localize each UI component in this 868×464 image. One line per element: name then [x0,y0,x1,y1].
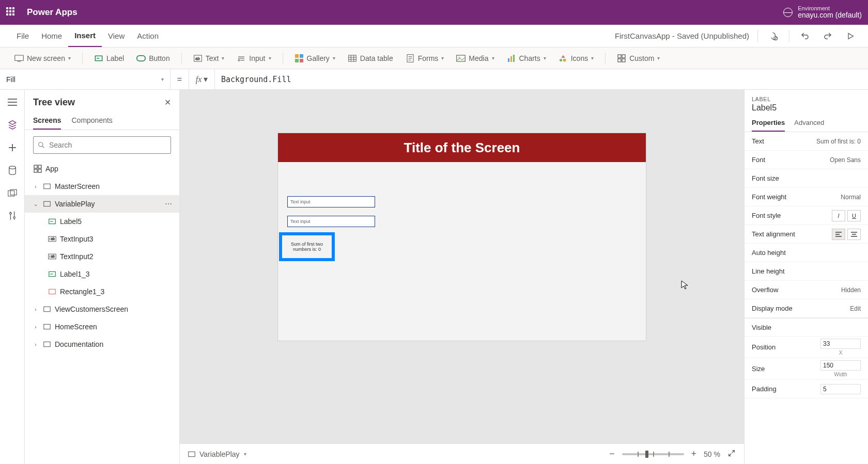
zoom-in-button[interactable]: + [691,449,697,459]
prop-size[interactable]: Size Width [745,358,868,380]
canvas-title-label[interactable]: Title of the Screen [404,140,520,156]
underline-toggle[interactable]: U [847,210,861,221]
button-button[interactable]: Button [132,52,174,65]
canvas-header-rect[interactable]: Title of the Screen [278,133,646,162]
svg-rect-35 [622,55,625,58]
forms-icon [406,54,415,63]
align-left-button[interactable] [832,229,845,240]
prop-font-weight[interactable]: Font weight Normal [745,188,868,206]
property-selector[interactable]: Fill ▾ [0,69,171,89]
tree-homescreen[interactable]: › HomeScreen [25,318,179,335]
media-rail-icon[interactable] [6,187,19,199]
label-button[interactable]: Label [90,52,128,65]
redo-button[interactable] [820,29,835,43]
play-button[interactable] [843,29,858,43]
search-box[interactable] [33,136,171,154]
svg-rect-37 [622,59,625,62]
input-menu[interactable]: Input▾ [233,52,275,65]
align-center-button[interactable] [847,229,861,240]
insert-rail-icon[interactable] [6,141,19,154]
svg-text:ab: ab [51,237,55,241]
formula-input[interactable]: Background.Fill [215,69,868,89]
prop-overflow[interactable]: Overflow Hidden [745,281,868,299]
tab-components[interactable]: Components [71,112,112,130]
chevron-right-icon[interactable]: › [32,342,39,347]
size-width-input[interactable] [820,360,861,371]
tree-rectangle1-3[interactable]: Rectangle1_3 [25,283,179,300]
textinput-icon: ab [48,234,57,244]
new-screen-button[interactable]: New screen▾ [10,52,75,65]
data-table-button[interactable]: Data table [344,52,397,65]
menu-file[interactable]: File [10,25,35,47]
zoom-slider[interactable] [622,453,684,455]
tree-documentation[interactable]: › Documentation [25,335,179,353]
title-bar: Power Apps Environment enayu.com (defaul… [0,0,868,25]
tree-app[interactable]: App [25,160,179,178]
gallery-menu[interactable]: Gallery▾ [290,52,339,65]
chevron-right-icon[interactable]: › [32,184,39,189]
prop-font-style[interactable]: Font style I U [745,206,868,225]
hamburger-icon[interactable] [6,96,19,108]
prop-visible[interactable]: Visible [745,318,868,337]
custom-menu[interactable]: Custom▾ [613,52,664,65]
menu-view[interactable]: View [102,25,131,47]
svg-rect-54 [34,165,37,168]
tree-textinput2[interactable]: ab TextInput2 [25,248,179,265]
svg-rect-55 [38,165,41,168]
search-input[interactable] [49,141,166,149]
tree-label5[interactable]: Label5 [25,213,179,230]
chevron-down-icon[interactable]: ⌄ [32,201,39,207]
prop-text[interactable]: Text Sum of first is: 0 [745,132,868,151]
prop-font[interactable]: Font Open Sans [745,151,868,169]
text-menu[interactable]: ab Text▾ [189,52,229,65]
app-launcher-icon[interactable] [6,7,17,18]
menu-action[interactable]: Action [131,25,165,47]
prop-display-mode[interactable]: Display mode Edit [745,299,868,318]
prop-auto-height[interactable]: Auto height [745,244,868,262]
svg-line-75 [729,454,732,456]
media-menu[interactable]: Media▾ [452,52,498,65]
padding-input[interactable] [820,384,861,394]
screen-selector[interactable]: VariablePlay ▾ [188,450,246,458]
tab-screens[interactable]: Screens [33,112,61,130]
prop-font-size[interactable]: Font size [745,169,868,188]
position-x-input[interactable] [820,339,861,349]
zoom-out-button[interactable]: − [609,449,615,459]
undo-button[interactable] [798,29,812,43]
fit-screen-button[interactable] [727,449,736,459]
screen-icon [42,340,52,349]
canvas-screen[interactable]: Title of the Screen Text input Text inpu… [278,133,646,341]
svg-line-76 [732,451,735,453]
canvas-textinput-2[interactable]: Text input [287,216,375,227]
chevron-right-icon[interactable]: › [32,307,39,312]
app-checker-icon[interactable] [766,29,781,43]
forms-menu[interactable]: Forms▾ [401,52,448,65]
tree-viewcustomers[interactable]: › ViewCustomersScreen [25,300,179,318]
close-icon[interactable]: ✕ [164,98,171,107]
canvas-textinput-1[interactable]: Text input [287,196,375,207]
tree-textinput3[interactable]: ab TextInput3 [25,230,179,248]
menu-insert[interactable]: Insert [68,25,102,47]
prop-line-height[interactable]: Line height [745,262,868,281]
icons-menu[interactable]: Icons▾ [554,52,598,65]
prop-padding[interactable]: Padding [745,380,868,398]
tab-properties[interactable]: Properties [752,119,785,132]
advanced-tools-icon[interactable] [6,210,19,222]
canvas-label5-selected[interactable]: Sum of first two numbers is: 0 [279,232,335,261]
italic-toggle[interactable]: I [832,210,845,221]
screen-icon [42,305,52,314]
environment-picker[interactable]: Environment enayu.com (default) [783,5,862,19]
chevron-right-icon[interactable]: › [32,324,39,330]
fx-button[interactable]: fx▾ [189,69,215,89]
tree-variableplay[interactable]: ⌄ VariablePlay ⋯ [25,195,179,213]
tree-masterscreen[interactable]: › MasterScreen [25,178,179,195]
menu-home[interactable]: Home [35,25,68,47]
charts-menu[interactable]: Charts▾ [503,52,550,65]
more-icon[interactable]: ⋯ [162,200,175,208]
data-rail-icon[interactable] [6,164,19,177]
prop-position[interactable]: Position X [745,337,868,358]
prop-text-alignment[interactable]: Text alignment [745,225,868,244]
tab-advanced[interactable]: Advanced [794,119,824,132]
tree-view-icon[interactable] [6,119,19,131]
tree-label1-3[interactable]: Label1_3 [25,265,179,283]
